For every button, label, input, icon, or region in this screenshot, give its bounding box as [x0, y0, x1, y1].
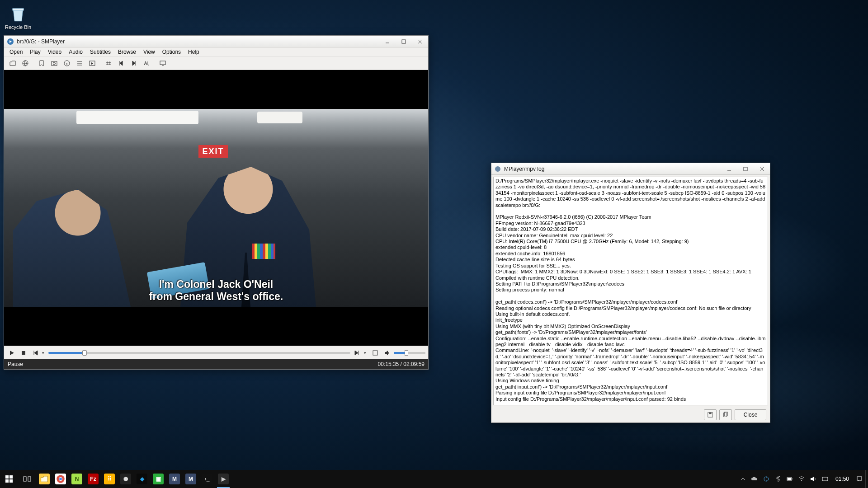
smplayer-titlebar[interactable]: br://0/G: - SMPlayer: [4, 36, 428, 47]
menu-play[interactable]: Play: [26, 47, 44, 56]
tray-volume-icon[interactable]: [807, 470, 819, 488]
smplayer-window: br://0/G: - SMPlayer Open Play Video Aud…: [4, 35, 429, 370]
minimize-button[interactable]: [379, 36, 396, 47]
svg-rect-28: [788, 478, 791, 480]
video-viewport[interactable]: EXIT I'm Colonel Jack O'Neil from Genera…: [4, 70, 428, 346]
start-button[interactable]: [0, 470, 18, 488]
desktop-icon-recycle-bin[interactable]: Recycle Bin: [4, 5, 33, 30]
menu-help[interactable]: Help: [184, 47, 203, 56]
subtitle-text: I'm Colonel Jack O'Neil from General Wes…: [4, 278, 428, 303]
taskbar-app-m2[interactable]: M: [183, 470, 199, 488]
info-icon[interactable]: [61, 58, 73, 69]
menu-browse[interactable]: Browse: [114, 47, 140, 56]
svg-rect-20: [24, 477, 26, 481]
taskbar-app-unity[interactable]: ⬢: [118, 470, 134, 488]
next-icon[interactable]: [128, 58, 140, 69]
smplayer-toolbar: [4, 56, 428, 70]
menu-subtitles[interactable]: Subtitles: [86, 47, 114, 56]
save-log-icon[interactable]: [704, 409, 717, 420]
minimize-button[interactable]: [721, 163, 737, 174]
play-button[interactable]: [7, 348, 17, 358]
taskbar-app-process[interactable]: ⠿: [101, 470, 118, 488]
tray-battery-icon[interactable]: [784, 470, 796, 488]
svg-rect-18: [5, 479, 9, 483]
forward-menu-caret[interactable]: ▾: [364, 351, 368, 355]
taskbar-app-cmd[interactable]: ›_: [199, 470, 215, 488]
open-file-icon[interactable]: [7, 58, 19, 69]
copy-log-icon[interactable]: [719, 409, 732, 420]
close-button[interactable]: [754, 163, 770, 174]
menu-options[interactable]: Options: [159, 47, 184, 56]
maximize-button[interactable]: [396, 36, 412, 47]
svg-rect-11: [744, 167, 747, 171]
tray-wifi-icon[interactable]: [796, 470, 807, 488]
volume-slider[interactable]: [394, 350, 425, 356]
tray-notifications-icon[interactable]: [854, 470, 865, 488]
taskbar-clock[interactable]: 01:50: [831, 476, 854, 482]
preferences-icon[interactable]: [86, 58, 98, 69]
taskview-button[interactable]: [18, 470, 36, 488]
svg-rect-27: [792, 479, 793, 479]
smplayer-menubar: Open Play Video Audio Subtitles Browse V…: [4, 47, 428, 56]
taskbar-app-chrome[interactable]: [52, 470, 69, 488]
maximize-button[interactable]: [737, 163, 754, 174]
recycle-bin-icon: [9, 5, 28, 23]
taskbar-app-filezilla[interactable]: Fz: [85, 470, 101, 488]
menu-open[interactable]: Open: [6, 47, 26, 56]
tray-lang-icon[interactable]: [819, 470, 831, 488]
ab-icon[interactable]: [141, 58, 152, 69]
tray-onedrive-icon[interactable]: [749, 470, 760, 488]
menu-view[interactable]: View: [140, 47, 159, 56]
tray-bluetooth-icon[interactable]: [772, 470, 784, 488]
rewind-button[interactable]: [30, 348, 40, 358]
mute-button[interactable]: [382, 348, 392, 358]
video-frame: EXIT I'm Colonel Jack O'Neil from Genera…: [4, 109, 428, 307]
menu-audio[interactable]: Audio: [65, 47, 86, 56]
favorites-icon[interactable]: [36, 58, 47, 69]
tray-overflow-icon[interactable]: [737, 470, 749, 488]
log-title: MPlayer/mpv log: [504, 166, 721, 172]
log-text[interactable]: D:/Programs/SMPlayer32/mplayer/mplayer.e…: [493, 177, 768, 405]
tube-icon[interactable]: [103, 58, 114, 69]
playlist-icon[interactable]: [74, 58, 85, 69]
taskbar-app-m1[interactable]: M: [166, 470, 183, 488]
svg-rect-19: [9, 479, 13, 483]
log-app-icon: [494, 165, 501, 173]
log-titlebar[interactable]: MPlayer/mpv log: [491, 163, 770, 175]
svg-rect-29: [822, 477, 828, 481]
smplayer-app-icon: [7, 38, 14, 45]
close-log-button[interactable]: Close: [735, 409, 766, 420]
svg-rect-13: [709, 413, 711, 414]
taskbar-app-green[interactable]: ▣: [150, 470, 166, 488]
monitor-icon[interactable]: [157, 58, 169, 69]
svg-rect-7: [160, 61, 165, 65]
taskbar: N Fz ⠿ ⬢ ◆ ▣ M M ›_ ▶ 01:50: [0, 470, 868, 488]
stop-button[interactable]: [19, 348, 28, 358]
open-url-icon[interactable]: [19, 58, 31, 69]
show-desktop-button[interactable]: [865, 470, 868, 488]
seek-bar[interactable]: [48, 350, 350, 356]
desktop-icon-label: Recycle Bin: [5, 24, 31, 30]
tray-sync-icon[interactable]: [760, 470, 772, 488]
taskbar-app-file-explorer[interactable]: [36, 470, 52, 488]
uniform-ribbons: [252, 244, 275, 259]
screenshot-icon[interactable]: [48, 58, 60, 69]
close-button[interactable]: [412, 36, 428, 47]
playback-state: Pause: [8, 361, 23, 367]
svg-rect-1: [402, 40, 406, 43]
volume-thumb[interactable]: [405, 350, 408, 356]
svg-point-4: [53, 62, 56, 65]
taskbar-app-diamond[interactable]: ◆: [134, 470, 150, 488]
seek-thumb[interactable]: [82, 350, 87, 356]
taskbar-app-smplayer[interactable]: ▶: [215, 470, 231, 488]
forward-button[interactable]: [352, 348, 362, 358]
smplayer-statusbar: Pause 00:15:35 / 02:09:59: [4, 359, 428, 369]
rewind-menu-caret[interactable]: ▾: [42, 351, 47, 355]
fullscreen-button[interactable]: [370, 348, 380, 358]
prev-icon[interactable]: [115, 58, 127, 69]
menu-video[interactable]: Video: [44, 47, 65, 56]
letterbox-bottom: [4, 307, 428, 346]
svg-point-24: [59, 478, 62, 480]
svg-rect-17: [9, 475, 13, 479]
taskbar-app-notepadpp[interactable]: N: [69, 470, 85, 488]
